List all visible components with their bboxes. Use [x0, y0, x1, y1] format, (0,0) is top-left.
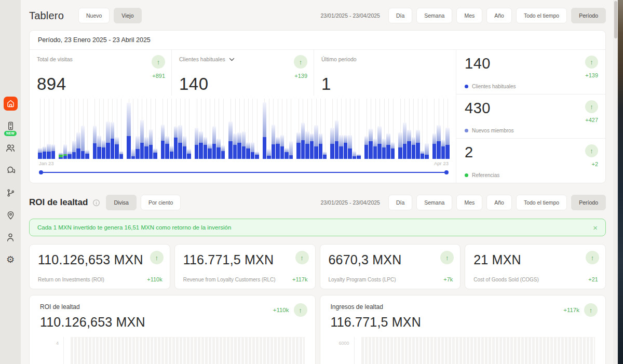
visits-bar[interactable] — [85, 99, 89, 159]
visits-bar[interactable] — [47, 99, 51, 159]
visits-bar[interactable] — [242, 99, 246, 159]
visits-bar[interactable] — [425, 99, 428, 159]
visits-bar[interactable] — [255, 99, 259, 159]
visits-bar[interactable] — [106, 99, 110, 159]
sidebar-item-messages[interactable] — [3, 163, 18, 178]
visits-bar[interactable] — [111, 99, 114, 159]
visits-bar[interactable] — [127, 99, 130, 159]
sidebar-item-account[interactable] — [3, 230, 18, 245]
visits-bar[interactable] — [403, 99, 407, 159]
view-toggle-viejo[interactable]: Viejo — [114, 8, 141, 23]
mode-toggle-divisa[interactable]: Divisa — [106, 195, 137, 210]
visits-bar[interactable] — [382, 99, 386, 159]
visits-bar[interactable] — [102, 99, 105, 159]
visits-bar[interactable] — [183, 99, 186, 159]
visits-bar[interactable] — [276, 99, 279, 159]
visits-bar[interactable] — [76, 99, 80, 159]
visits-bar[interactable] — [339, 99, 343, 159]
visits-bar[interactable] — [412, 99, 415, 159]
visits-bar[interactable] — [445, 99, 450, 159]
close-icon[interactable]: × — [593, 224, 598, 232]
visits-bar[interactable] — [233, 99, 237, 159]
visits-bar[interactable] — [51, 99, 56, 159]
range-button-día[interactable]: Día — [388, 195, 412, 210]
visits-bar[interactable] — [391, 99, 395, 159]
visits-bar[interactable] — [195, 99, 198, 159]
visits-bar[interactable] — [369, 99, 372, 159]
visits-bar[interactable] — [398, 99, 402, 159]
slider-handle-right[interactable] — [444, 170, 449, 174]
sidebar-item-home[interactable] — [4, 97, 18, 111]
sidebar-item-customers[interactable] — [3, 141, 18, 155]
range-button-día[interactable]: Día — [388, 8, 412, 23]
visits-bar[interactable] — [289, 99, 293, 159]
visits-bar[interactable] — [97, 99, 101, 159]
visits-bar[interactable] — [161, 99, 165, 159]
scrollbar-track[interactable] — [613, 0, 618, 364]
visits-bar[interactable] — [432, 99, 437, 159]
visits-bar[interactable] — [437, 99, 441, 159]
scrollbar-thumb[interactable] — [614, 1, 617, 38]
range-button-semana[interactable]: Semana — [416, 195, 452, 210]
visits-bar[interactable] — [353, 99, 356, 159]
visits-bar[interactable] — [131, 99, 135, 159]
visits-bar[interactable] — [357, 99, 360, 159]
visits-bar[interactable] — [407, 99, 411, 159]
visits-bar[interactable] — [310, 99, 314, 159]
date-range-slider[interactable] — [39, 170, 449, 174]
visits-bar[interactable] — [221, 99, 225, 159]
sidebar-item-automations[interactable] — [3, 185, 18, 200]
mode-toggle-porciento[interactable]: Por ciento — [141, 195, 181, 210]
view-toggle-nuevo[interactable]: Nuevo — [78, 8, 110, 23]
visits-bar[interactable] — [208, 99, 211, 159]
range-button-mes[interactable]: Mes — [456, 195, 482, 210]
visits-bar[interactable] — [140, 99, 144, 159]
visits-bar[interactable] — [377, 99, 381, 159]
visits-bar[interactable] — [305, 99, 309, 159]
visits-bar[interactable] — [119, 99, 123, 159]
visits-bar[interactable] — [386, 99, 390, 159]
range-button-todo-el-tiempo[interactable]: Todo el tiempo — [516, 195, 567, 210]
info-icon[interactable] — [92, 199, 100, 207]
slider-track[interactable] — [40, 172, 447, 173]
range-button-mes[interactable]: Mes — [456, 8, 482, 23]
visits-bar[interactable] — [301, 99, 305, 159]
visits-bar[interactable] — [228, 99, 232, 159]
visits-bar[interactable] — [330, 99, 334, 159]
visits-bar[interactable] — [81, 99, 85, 159]
visits-bar[interactable] — [165, 99, 169, 159]
visits-bar[interactable] — [199, 99, 202, 159]
visits-bar[interactable] — [153, 99, 157, 159]
visits-bar[interactable] — [212, 99, 216, 159]
visits-bar[interactable] — [319, 99, 322, 159]
visits-bar[interactable] — [246, 99, 250, 159]
chevron-down-icon[interactable] — [229, 58, 235, 61]
visits-bar[interactable] — [323, 99, 327, 159]
visits-bar[interactable] — [344, 99, 347, 159]
visits-bar[interactable] — [335, 99, 338, 159]
sidebar-item-kiosk[interactable]: NEW — [3, 118, 18, 133]
visits-bar[interactable] — [178, 99, 182, 159]
visits-bar[interactable] — [251, 99, 254, 159]
visits-bar[interactable] — [216, 99, 220, 159]
visits-bar[interactable] — [421, 99, 424, 159]
visits-bar[interactable] — [348, 99, 351, 159]
range-button-año[interactable]: Año — [486, 8, 512, 23]
visits-bar[interactable] — [38, 99, 42, 159]
visits-bar[interactable] — [204, 99, 207, 159]
range-button-período[interactable]: Período — [571, 8, 606, 23]
visits-bar[interactable] — [93, 99, 97, 159]
sidebar-item-locations[interactable] — [3, 208, 18, 222]
slider-handle-left[interactable] — [39, 170, 43, 174]
visits-bar[interactable] — [115, 99, 118, 159]
range-button-semana[interactable]: Semana — [416, 8, 452, 23]
visits-bar[interactable] — [144, 99, 148, 159]
visits-bar[interactable] — [63, 99, 67, 159]
visits-bar[interactable] — [149, 99, 153, 159]
range-button-todo-el-tiempo[interactable]: Todo el tiempo — [516, 8, 567, 23]
visits-bar[interactable] — [441, 99, 445, 159]
visits-bar[interactable] — [43, 99, 47, 159]
visits-bar[interactable] — [280, 99, 284, 159]
visits-bar[interactable] — [59, 99, 62, 159]
visits-bar[interactable] — [170, 99, 173, 159]
